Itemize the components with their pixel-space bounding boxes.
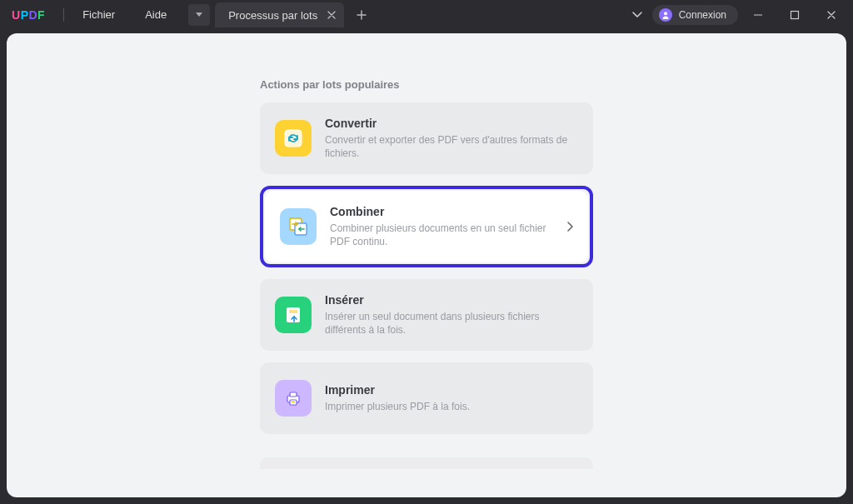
svg-rect-6 (289, 310, 297, 313)
svg-rect-5 (287, 307, 300, 322)
close-icon (826, 10, 836, 20)
window-minimize[interactable] (741, 3, 775, 27)
card-title: Combiner (330, 205, 553, 218)
app-window: U P D F Fichier Aide Processus par lots (0, 0, 853, 504)
card-body: Convertir Convertir et exporter des PDF … (325, 117, 578, 160)
card-wrap-highlighted: Combiner Combiner plusieurs documents en… (260, 186, 593, 267)
minimize-icon (753, 10, 763, 20)
chevron-down-icon (632, 12, 642, 18)
card-title: Insérer (325, 293, 578, 307)
card-desc: Convertir et exporter des PDF vers d'aut… (325, 133, 578, 160)
avatar-icon (659, 8, 672, 22)
svg-rect-8 (290, 392, 297, 397)
plus-icon (357, 10, 367, 20)
menu-help[interactable]: Aide (130, 0, 182, 30)
logo-letter: F (37, 8, 45, 22)
logo-letter: P (21, 8, 29, 22)
caret-down-icon (196, 12, 202, 17)
tab-list-dropdown[interactable] (188, 4, 210, 26)
card-combine[interactable]: Combiner Combiner plusieurs documents en… (265, 191, 588, 262)
chevron-right-icon (566, 222, 573, 232)
more-cards-indicator (260, 457, 593, 469)
maximize-icon (790, 10, 800, 20)
print-icon (275, 380, 312, 417)
card-body: Insérer Insérer un seul document dans pl… (325, 293, 578, 337)
tab-label: Processus par lots (228, 9, 317, 22)
tab-close-button[interactable] (327, 11, 336, 19)
card-desc: Imprimer plusieurs PDF à la fois. (325, 400, 578, 413)
card-desc: Combiner plusieurs documents en un seul … (330, 222, 553, 248)
svg-rect-2 (285, 130, 302, 147)
svg-rect-1 (791, 12, 799, 19)
login-label: Connexion (679, 9, 726, 21)
card-title: Convertir (325, 117, 578, 130)
combine-icon (280, 208, 317, 245)
titlebar: U P D F Fichier Aide Processus par lots (0, 0, 853, 30)
content-area: Actions par lots populaires (7, 33, 846, 497)
svg-point-0 (664, 12, 667, 15)
card-insert[interactable]: Insérer Insérer un seul document dans pl… (260, 279, 593, 351)
new-tab-button[interactable] (349, 2, 374, 27)
app-logo: U P D F (0, 8, 60, 22)
card-print[interactable]: Imprimer Imprimer plusieurs PDF à la foi… (260, 362, 593, 434)
batch-actions-panel: Actions par lots populaires (260, 78, 593, 497)
card-wrap: Imprimer Imprimer plusieurs PDF à la foi… (260, 362, 593, 434)
separator (63, 8, 64, 22)
tab-batch-process[interactable]: Processus par lots (215, 2, 344, 27)
login-button[interactable]: Connexion (652, 5, 738, 25)
window-close[interactable] (815, 3, 848, 27)
section-title: Actions par lots populaires (260, 78, 593, 91)
card-desc: Insérer un seul document dans plusieurs … (325, 310, 578, 337)
svg-rect-10 (292, 402, 295, 402)
menu-file[interactable]: Fichier (67, 0, 130, 30)
card-convert[interactable]: Convertir Convertir et exporter des PDF … (260, 102, 593, 174)
card-wrap: Convertir Convertir et exporter des PDF … (260, 102, 593, 174)
insert-icon (275, 297, 312, 333)
close-icon (327, 11, 336, 19)
card-wrap: Insérer Insérer un seul document dans pl… (260, 279, 593, 351)
card-title: Imprimer (325, 383, 578, 397)
card-body: Combiner Combiner plusieurs documents en… (330, 205, 553, 248)
convert-icon (275, 120, 312, 157)
tab-area: Processus par lots (188, 2, 374, 27)
window-maximize[interactable] (778, 3, 811, 27)
logo-letter: U (12, 8, 21, 22)
logo-letter: D (28, 8, 37, 22)
card-body: Imprimer Imprimer plusieurs PDF à la foi… (325, 383, 578, 413)
titlebar-right: Connexion (626, 3, 853, 27)
recent-dropdown[interactable] (626, 3, 649, 27)
card-list: Convertir Convertir et exporter des PDF … (260, 102, 593, 469)
